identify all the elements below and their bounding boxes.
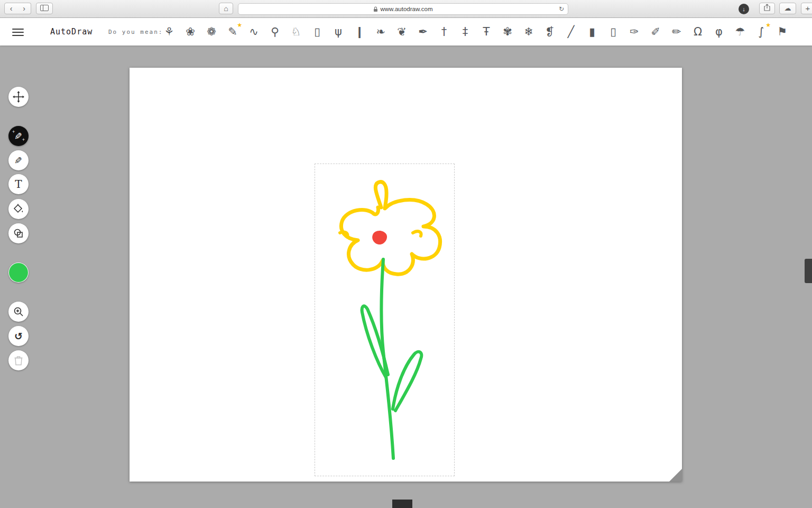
suggestions-row: ⚘❀❁✎★∿⚲♘▯ψ❙❧❦✒†‡Ŧ✾❄❡╱▮▯✑✐✏Ωφ☂∫★⚑: [162, 18, 812, 46]
flower-curl-right-path: [413, 231, 421, 236]
chrysanthemum-icon: ❁: [207, 25, 216, 38]
feather-upright-icon: ❡: [545, 25, 555, 38]
daisy-icon: ❀: [186, 25, 195, 38]
hamburger-icon: [12, 29, 25, 37]
pencil-diagonal-icon: ✐: [651, 25, 660, 38]
suggestion-leaf[interactable]: ❦: [395, 22, 409, 41]
sparkle-icon: +: [12, 130, 15, 134]
suggestion-line[interactable]: ╱: [564, 22, 578, 41]
select-tool-button[interactable]: [8, 87, 29, 107]
share-button[interactable]: [759, 3, 775, 14]
paint-bucket-icon: [13, 203, 24, 215]
page-title: AutoDraw: [50, 18, 93, 46]
suggestion-crayon[interactable]: ▯: [606, 22, 620, 41]
new-tab-button[interactable]: +: [801, 3, 812, 14]
icloud-tabs-button[interactable]: ☁: [779, 3, 796, 14]
suggestion-leaf-outline[interactable]: ✾: [501, 22, 514, 41]
autodraw-tool-button[interactable]: ✎ + +: [8, 126, 29, 146]
snowflake-icon: ❄: [524, 25, 533, 38]
menu-button[interactable]: [11, 25, 26, 38]
cloud-icon: ☁: [785, 3, 791, 14]
suggestion-pipette[interactable]: ‡: [458, 22, 472, 41]
leaf-icon: ❦: [397, 25, 407, 38]
shapes-icon: [13, 228, 24, 239]
forward-icon: ›: [23, 3, 25, 14]
flower-center-path: [372, 231, 387, 244]
star-icon: ★: [237, 22, 242, 28]
pen-icon: ✑: [630, 25, 639, 38]
balloon-icon: φ: [715, 25, 723, 38]
torch-icon: Ŧ: [483, 25, 490, 38]
suggestion-candle[interactable]: ▯: [310, 22, 324, 41]
suggestion-daisy[interactable]: ❀: [183, 22, 197, 41]
type-icon: T: [15, 178, 22, 190]
flower-icon: ⚘: [164, 25, 174, 38]
back-icon: ‹: [10, 3, 13, 14]
browser-back-button[interactable]: ‹: [4, 3, 18, 14]
right-leaf-path: [393, 352, 421, 411]
suggestion-pencil-diagonal[interactable]: ✐: [649, 22, 662, 41]
candlestick-icon: ψ: [335, 25, 342, 38]
fill-tool-button[interactable]: [8, 199, 29, 219]
color-picker-button[interactable]: [8, 262, 29, 283]
vertical-scrollbar-handle[interactable]: [805, 259, 812, 283]
crayon-icon: ▯: [610, 25, 616, 38]
zoom-tool-button[interactable]: [8, 302, 29, 322]
suggestion-marker[interactable]: ▮: [585, 22, 599, 41]
do-you-mean-label: Do you mean:: [108, 18, 163, 46]
type-tool-button[interactable]: T: [8, 174, 29, 194]
suggestion-hot-air-balloon[interactable]: Ω: [691, 22, 705, 41]
hot-air-balloon-icon: Ω: [694, 25, 702, 38]
browser-sidebar-button[interactable]: [36, 3, 53, 14]
flag-icon: ⚑: [778, 25, 788, 38]
parachute-icon: ☂: [735, 25, 745, 38]
suggestion-flower[interactable]: ⚘: [162, 22, 176, 41]
zoom-in-icon: [13, 306, 24, 318]
browser-home-button[interactable]: ⌂: [219, 3, 233, 14]
suggestion-fountain-pen[interactable]: ✏: [670, 22, 684, 41]
url-bar[interactable]: www.autodraw.com ↻: [238, 3, 568, 15]
share-icon: [764, 3, 770, 14]
undo-icon: ↺: [14, 330, 23, 342]
suggestion-parachute[interactable]: ☂: [733, 22, 747, 41]
leaf-outline-icon: ✾: [503, 25, 512, 38]
selected-color-swatch: [8, 262, 29, 283]
suggestion-candle-small[interactable]: ❙: [353, 22, 366, 41]
drawing-canvas[interactable]: [130, 68, 682, 482]
suggestion-balloon[interactable]: φ: [712, 22, 726, 41]
horizontal-scrollbar-handle[interactable]: [392, 500, 412, 508]
dropper-icon: †: [441, 25, 447, 38]
undo-button[interactable]: ↺: [8, 326, 29, 346]
flower-petals-path: [341, 182, 440, 274]
suggestion-dropper[interactable]: †: [437, 22, 451, 41]
suggestion-bird[interactable]: ♘: [289, 22, 303, 41]
suggestion-torch[interactable]: Ŧ: [479, 22, 493, 41]
shapes-tool-button[interactable]: [8, 223, 29, 243]
flower-drawing: [130, 68, 682, 482]
fountain-pen-icon: ✏: [672, 25, 681, 38]
suggestion-plant[interactable]: ∿: [247, 22, 261, 41]
suggestion-feather-upright[interactable]: ❡: [543, 22, 557, 41]
plus-icon: +: [806, 3, 810, 14]
browser-forward-button[interactable]: ›: [17, 3, 31, 14]
pencil-icon: ✎: [228, 25, 237, 38]
refresh-icon[interactable]: ↻: [559, 5, 564, 13]
candle-small-icon: ❙: [355, 25, 364, 38]
suggestion-pen[interactable]: ✑: [628, 22, 641, 41]
delete-button[interactable]: [8, 350, 29, 370]
suggestion-candlestick[interactable]: ψ: [331, 22, 345, 41]
suggestion-pencil[interactable]: ✎★: [226, 22, 239, 41]
draw-tool-button[interactable]: ✎: [8, 150, 29, 170]
suggestion-flag[interactable]: ⚑: [776, 22, 789, 41]
move-icon: [13, 91, 24, 103]
suggestion-snowflake[interactable]: ❄: [522, 22, 536, 41]
home-icon: ⌂: [224, 3, 228, 14]
pipette-icon: ‡: [463, 25, 468, 38]
downloads-button[interactable]: ↓: [739, 4, 749, 14]
suggestion-quill[interactable]: ✒: [416, 22, 430, 41]
suggestion-chrysanthemum[interactable]: ❁: [205, 22, 218, 41]
suggestion-feather[interactable]: ❧: [374, 22, 387, 41]
sidebar-icon: [40, 3, 49, 14]
suggestion-ribbon[interactable]: ∫★: [754, 22, 768, 41]
suggestion-lamp[interactable]: ⚲: [268, 22, 282, 41]
